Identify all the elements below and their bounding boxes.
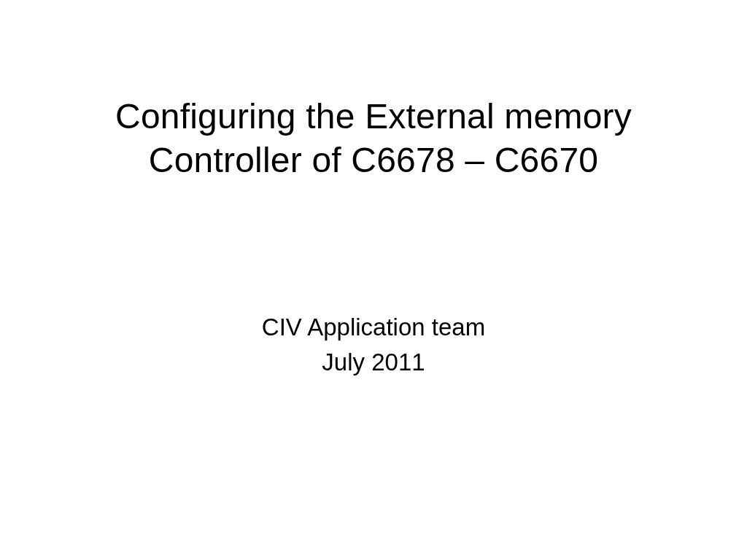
subtitle-author: CIV Application team [262, 310, 485, 345]
subtitle-block: CIV Application team July 2011 [262, 310, 485, 380]
slide-container: Configuring the External memory Controll… [0, 0, 747, 560]
subtitle-date: July 2011 [262, 345, 485, 380]
slide-title: Configuring the External memory Controll… [53, 95, 694, 182]
